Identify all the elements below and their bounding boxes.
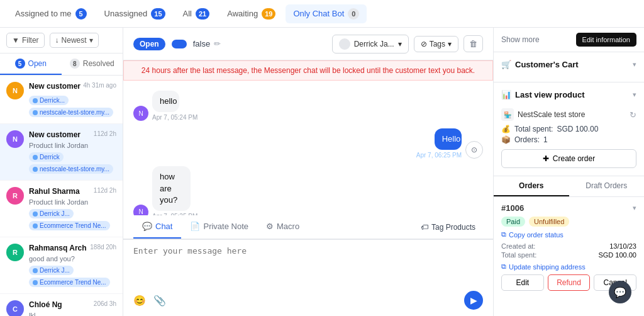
- chat-bubble[interactable]: 💬: [609, 281, 631, 303]
- conversation-item[interactable]: C Chloé Ng 206d 3h lkl Derrick...nestsca…: [0, 294, 123, 316]
- avatar: N: [133, 205, 148, 215]
- order-chevron[interactable]: ▾: [633, 204, 636, 212]
- cart-title: 🛒 Customer's Cart: [501, 60, 579, 69]
- input-toolbar: 😊 📎 ▶: [133, 291, 483, 310]
- tag-chip: nestscale-test-store.my...: [29, 164, 113, 174]
- tag-chip: Derrick J...: [29, 209, 74, 218]
- created-at-row: Created at: 13/10/23: [501, 242, 636, 250]
- conv-tags: Derrick J...Ecommerce Trend Ne...: [29, 266, 116, 287]
- create-order-button[interactable]: ✚ Create order: [501, 149, 636, 168]
- open-label: Open: [28, 59, 47, 68]
- nav-badge: 0: [348, 8, 359, 20]
- tag-products-icon: 🏷: [421, 223, 428, 232]
- chat-area: Open false ✏ Derrick Ja... ▾ ⊘ Tags ▾ 🗑: [123, 28, 493, 316]
- chat-header: Open false ✏ Derrick Ja... ▾ ⊘ Tags ▾ 🗑: [123, 28, 493, 60]
- tag-chip: Derrick J...: [29, 266, 74, 275]
- tag-products-label: Tag Products: [431, 223, 475, 232]
- tab-orders[interactable]: Orders: [494, 176, 569, 196]
- tab-macro[interactable]: ⚙ Macro: [257, 215, 308, 239]
- filter-button[interactable]: ▼ Filter: [6, 33, 45, 48]
- chat-tab-label: Chat: [155, 222, 172, 231]
- money-icon: 💰: [501, 125, 511, 133]
- chat-icon: 💬: [142, 222, 152, 231]
- chat-header-right: Derrick Ja... ▾ ⊘ Tags ▾ 🗑: [332, 35, 483, 54]
- tab-private-note[interactable]: 📄 Private Note: [181, 215, 257, 239]
- paid-badge: Paid: [501, 217, 525, 227]
- conversation-item[interactable]: N New customer 112d 2h Product link Jord…: [0, 124, 123, 181]
- tag-chip: Derrick: [29, 152, 64, 162]
- tag-products-button[interactable]: 🏷 Tag Products: [413, 219, 483, 235]
- assignee-button[interactable]: Derrick Ja... ▾: [332, 35, 409, 54]
- nav-tab-label: Unassigned: [104, 9, 148, 18]
- input-area: 😊 📎 ▶: [123, 239, 493, 316]
- lock-banner-text: 24 hours after the last message, the Mes…: [142, 66, 475, 75]
- conv-preview: Product link Jordan: [29, 198, 116, 206]
- edit-button[interactable]: Edit: [501, 274, 544, 291]
- toggle-switch[interactable]: [172, 40, 187, 48]
- conv-name: Rahul Sharma: [29, 187, 80, 196]
- tag-icon: ⊘: [421, 40, 427, 48]
- attachment-button[interactable]: 📎: [153, 295, 166, 307]
- orders-row: 📦 Orders: 1: [501, 135, 636, 144]
- sidebar-tabs: 5 Open 8 Resolved: [0, 54, 123, 76]
- conv-time: 188d 20h: [90, 244, 116, 251]
- tag-chip: nestscale-test-store.my...: [29, 108, 113, 117]
- chart-icon: 📊: [501, 90, 511, 99]
- message-input[interactable]: [133, 246, 483, 284]
- show-more-link[interactable]: Show more: [501, 35, 540, 44]
- tab-draft-orders[interactable]: Draft Orders: [569, 176, 645, 196]
- last-view-chevron[interactable]: ▾: [633, 91, 636, 99]
- last-view-section: 📊 Last view product ▾ 🏪 NestScale test s…: [494, 82, 644, 176]
- update-shipping-link[interactable]: ⧉ Update shipping address: [501, 262, 636, 271]
- conversation-item[interactable]: N New customer 4h 31m ago Derrick...nest…: [0, 76, 123, 124]
- open-toggle[interactable]: Open: [133, 38, 165, 50]
- message-group: N how are you? Apr 7, 05:25 PM: [133, 166, 483, 215]
- sort-button[interactable]: ↓ Newest ▾: [50, 33, 99, 48]
- store-row: 🏪 NestScale test store ↻: [501, 104, 636, 125]
- send-circle[interactable]: ⊙: [465, 141, 483, 159]
- sort-label: Newest: [62, 36, 87, 45]
- nav-tab-chatbot[interactable]: Only Chat Bot 0: [286, 4, 367, 23]
- nav-tab-assigned[interactable]: Assigned to me 5: [8, 4, 94, 23]
- refresh-button[interactable]: ↻: [630, 110, 636, 120]
- open-count: 5: [15, 59, 25, 69]
- delete-button[interactable]: 🗑: [464, 35, 483, 52]
- copy-status-link[interactable]: ⧉ Copy order status: [501, 230, 636, 239]
- note-icon: 📄: [190, 222, 200, 231]
- cart-chevron[interactable]: ▾: [633, 60, 636, 69]
- sidebar-toolbar: ▼ Filter ↓ Newest ▾: [0, 28, 123, 54]
- resolved-label: Resolved: [83, 59, 114, 68]
- message-group: Hello Apr 7, 06:25 PM ⊙: [133, 128, 483, 159]
- tab-chat[interactable]: 💬 Chat: [133, 215, 181, 239]
- nav-tab-awaiting[interactable]: Awaiting 19: [219, 4, 283, 23]
- emoji-button[interactable]: 😊: [133, 295, 146, 307]
- nav-tab-all[interactable]: All 21: [175, 4, 218, 23]
- conv-time: 112d 2h: [94, 130, 116, 137]
- chevron-down-icon: ▾: [89, 36, 93, 45]
- conversation-item[interactable]: R Rahul Sharma 112d 2h Product link Jord…: [0, 181, 123, 237]
- edit-info-button[interactable]: Edit information: [576, 33, 636, 47]
- macro-icon: ⚙: [266, 222, 274, 231]
- edit-icon[interactable]: ✏: [214, 39, 221, 48]
- conv-tags: Derricknestscale-test-store.my...: [29, 152, 116, 174]
- shipping-icon: ⧉: [501, 262, 506, 271]
- nav-badge: 15: [151, 8, 165, 20]
- conversation-item[interactable]: R Rahmansq Arch 188d 20h good and you? D…: [0, 237, 123, 294]
- refund-button[interactable]: Refund: [548, 274, 591, 291]
- unfulfilled-badge: Unfulfilled: [529, 217, 569, 227]
- cart-header: 🛒 Customer's Cart ▾: [501, 60, 636, 69]
- conv-time: 4h 31m ago: [83, 82, 116, 89]
- nav-badge: 5: [75, 8, 87, 20]
- conv-tags: Derrick...nestscale-test-store.my...: [29, 96, 116, 117]
- nav-tab-unassigned[interactable]: Unassigned 15: [97, 4, 173, 23]
- tag-chip: Derrick...: [29, 96, 69, 105]
- status-badge: Open false ✏: [133, 38, 221, 50]
- tags-button[interactable]: ⊘ Tags ▾: [414, 36, 458, 52]
- conv-name: New customer: [29, 82, 80, 91]
- send-icon: ▶: [470, 295, 477, 305]
- tab-open[interactable]: 5 Open: [0, 54, 62, 75]
- conv-name: Chloé Ng: [29, 300, 62, 309]
- input-tools: 😊 📎: [133, 295, 166, 307]
- tab-resolved[interactable]: 8 Resolved: [62, 54, 123, 75]
- send-button[interactable]: ▶: [464, 291, 483, 310]
